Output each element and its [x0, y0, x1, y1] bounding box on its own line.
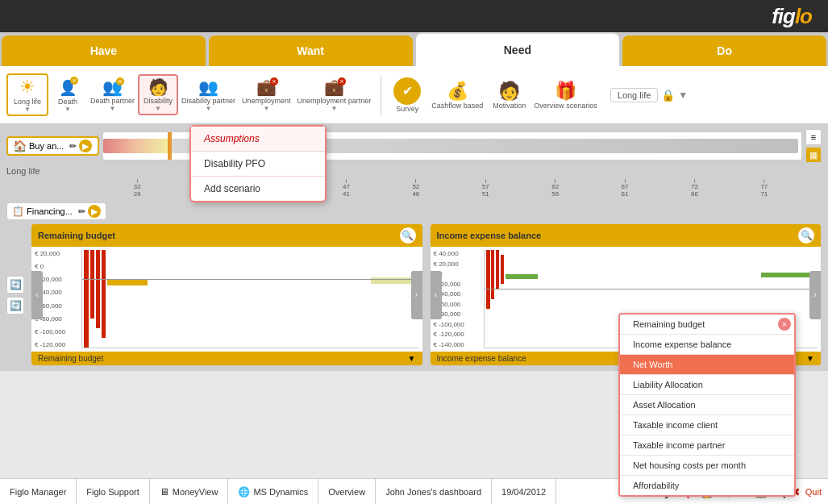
quit-label[interactable]: Quit: [805, 487, 822, 497]
charts-item-1[interactable]: Income expense balance: [620, 335, 794, 355]
long-life-section-label: Long life: [6, 166, 55, 176]
chart1-dropdown-icon[interactable]: ▼: [408, 354, 416, 363]
chart2-prev-btn[interactable]: ‹: [431, 271, 442, 319]
cashflow-label: Cashflow based: [431, 102, 483, 110]
disability-partner-label: Disability partner: [181, 97, 235, 105]
toolbar-longlife[interactable]: ☀ Long life ▼: [6, 73, 48, 116]
msdyn-icon: 🌐: [238, 486, 250, 498]
toolbar-cashflow[interactable]: 💰 Cashflow based: [426, 79, 488, 111]
play-icon[interactable]: ▶: [79, 140, 92, 152]
tab-do[interactable]: Do: [622, 35, 826, 66]
tab-need[interactable]: Need: [416, 32, 620, 66]
chart2-dropdown-icon[interactable]: ▼: [806, 354, 814, 363]
longlife-icon: ☀: [19, 77, 35, 98]
sb-figlo-support[interactable]: Figlo Support: [77, 479, 149, 504]
longlife-label: Long life: [14, 98, 41, 106]
death-partner-icon: 👥 ×: [102, 77, 123, 97]
chart1-footer: Remaining budget ▼: [31, 352, 422, 365]
tick-8: 72 66: [659, 179, 729, 198]
motivation-icon: 🧑: [498, 81, 520, 102]
longlife-badge: Long life 🔒 ▼: [610, 88, 688, 102]
financing-play-icon[interactable]: ▶: [88, 205, 101, 218]
buy-panel: 🏠 Buy an... ✏ ▶: [6, 136, 99, 156]
charts-item-2[interactable]: Net Worth: [620, 355, 794, 375]
left-nav-btn-1[interactable]: 🔄: [6, 276, 24, 294]
toolbar-motivation[interactable]: 🧑 Motivation: [488, 79, 531, 111]
lock-icon: 🔒: [661, 89, 675, 102]
charts-item-3[interactable]: Liability Allocation: [620, 375, 794, 395]
toolbar-disability-partner[interactable]: 👥 Disability partner ▼: [178, 76, 239, 114]
toolbar-death-partner[interactable]: 👥 × Death partner ▼: [87, 76, 138, 114]
financing-label: Financing...: [27, 206, 73, 216]
charts-dropdown-close[interactable]: ×: [778, 318, 791, 331]
unemployment-partner-icon: 💼×: [324, 77, 344, 97]
chart1-prev-btn[interactable]: ‹: [31, 271, 43, 319]
sb-overview[interactable]: Overview: [318, 479, 376, 504]
sb-date: 19/04/2012: [492, 479, 556, 504]
bar-chart-icon[interactable]: ▦: [805, 147, 822, 163]
long-life-row: Long life: [6, 166, 822, 176]
chart1-header: Remaining budget 🔍: [31, 224, 422, 247]
survey-label: Survey: [396, 105, 418, 113]
header: figlo: [0, 0, 828, 32]
chart1-search-btn[interactable]: 🔍: [400, 227, 416, 244]
disability-label: Disability: [144, 97, 173, 105]
left-nav-btn-2[interactable]: 🔄: [6, 297, 24, 314]
charts-item-5[interactable]: Taxable income client: [620, 415, 794, 435]
toolbar-separator: [381, 75, 381, 115]
tab-want[interactable]: Want: [209, 35, 413, 66]
toolbar-unemployment-partner[interactable]: 💼× Unemployment partner ▼: [294, 76, 375, 114]
tick-9: 77 71: [730, 179, 799, 198]
cashflow-icon: 💰: [447, 81, 468, 102]
house-icon: 🏠: [13, 140, 27, 152]
sb-ms-dynamics[interactable]: 🌐 MS Dynamics: [228, 479, 318, 504]
death-label: Death: [58, 98, 77, 106]
chart2-next-btn[interactable]: ›: [809, 271, 821, 319]
charts-item-6[interactable]: Taxable income partner: [620, 435, 794, 456]
toolbar-overview[interactable]: 🎁 Overview scenarios: [531, 79, 601, 111]
disability-dropdown-item-0[interactable]: Assumptions: [191, 127, 325, 152]
disability-partner-icon: 👥: [198, 77, 218, 97]
chart1-next-btn[interactable]: ›: [411, 271, 422, 319]
chart2-footer-title: Income expense balance: [437, 354, 526, 363]
tick-5: 57 51: [451, 179, 520, 198]
disability-dropdown-item-1[interactable]: Disability PFO: [191, 152, 325, 177]
chart2-search-btn[interactable]: 🔍: [798, 227, 814, 244]
toolbar-death[interactable]: 👤 × Death ▼: [48, 75, 87, 115]
motivation-label: Motivation: [493, 102, 526, 110]
chart2-header: Income expense balance 🔍: [431, 224, 822, 247]
chart1-area: [81, 250, 419, 348]
toolbar-unemployment[interactable]: 💼× Unemployment ▼: [239, 76, 294, 114]
tick-7: 67 61: [590, 179, 659, 198]
sb-dashboard[interactable]: John Jones's dashboard: [376, 479, 492, 504]
edit-icon[interactable]: ✏: [69, 141, 77, 152]
toolbar-survey[interactable]: ✔ Survey: [388, 76, 426, 115]
disability-icon: 🧑: [148, 77, 169, 97]
tabs-bar: Have Want Need Do: [0, 32, 828, 66]
sb-moneyview[interactable]: 🖥 MoneyView: [150, 479, 229, 504]
charts-item-7[interactable]: Net housing costs per month: [620, 456, 794, 476]
disability-dropdown: Assumptions Disability PFO Add scenario: [189, 125, 327, 202]
overview-label: Overview scenarios: [534, 102, 597, 110]
overview-icon: 🎁: [555, 81, 576, 102]
toolbar-disability[interactable]: 🧑 Disability ▼: [138, 74, 178, 115]
left-nav: 🔄 🔄: [6, 223, 24, 366]
toolbar: ☀ Long life ▼ 👤 × Death ▼ 👥 × Death part…: [0, 66, 828, 124]
charts-item-8[interactable]: Affordability: [620, 476, 794, 495]
financing-panel: 📋 Financing... ✏ ▶: [6, 202, 106, 220]
charts-item-0[interactable]: Remaining budget: [620, 314, 794, 335]
disability-dropdown-item-2[interactable]: Add scenario: [191, 177, 325, 201]
financing-edit-icon[interactable]: ✏: [78, 206, 85, 217]
financing-row: 📋 Financing... ✏ ▶: [6, 202, 822, 220]
unemployment-partner-label: Unemployment partner: [297, 97, 372, 105]
charts-item-4[interactable]: Asset Allocation: [620, 395, 794, 415]
tick-4: 52 46: [381, 179, 451, 198]
death-partner-label: Death partner: [90, 97, 135, 105]
survey-icon: ✔: [393, 77, 421, 105]
dropdown-arrow-icon[interactable]: ▼: [678, 90, 688, 101]
timeline-row-1: 🏠 Buy an... ✏ ▶ ≡ ▦: [6, 129, 822, 163]
tab-have[interactable]: Have: [2, 35, 206, 66]
sb-figlo-manager[interactable]: Figlo Manager: [0, 479, 77, 504]
list-icon[interactable]: ≡: [805, 129, 822, 145]
buy-label: Buy an...: [29, 141, 64, 151]
